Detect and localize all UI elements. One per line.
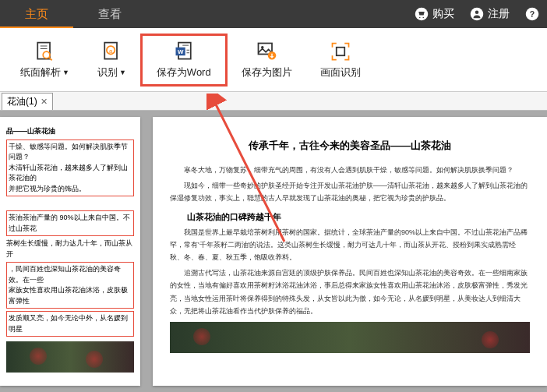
screen-capture-icon: [330, 41, 351, 62]
help-button[interactable]: ?: [517, 7, 547, 21]
close-icon[interactable]: ✕: [41, 97, 48, 107]
paragraph: 我国是世界上最早栽培茶树利用茶树的国家。据统计，全球茶油产量的90%以上来自中国…: [170, 226, 530, 264]
tool-label: 纸面解析: [20, 65, 61, 79]
tool-screen-recognize[interactable]: 画面识别: [306, 36, 375, 84]
help-icon: ?: [525, 7, 539, 21]
paragraph: 寒冬大地，万物复苏，细带充气的周围，有没有人会遇到肌肤干燥，敏感等问题。如何解决…: [170, 164, 530, 176]
tool-label: 识别: [97, 65, 118, 79]
tab-home[interactable]: 主页: [0, 0, 73, 28]
paragraph: 追溯古代写法，山茶花油来源自宫廷的顶级护肤保养品。民间百姓也深知山茶花油的美容奇…: [170, 267, 530, 317]
subtitle: 山茶花油的口碑跨越千年: [170, 211, 530, 223]
tool-label: 画面识别: [320, 65, 361, 79]
page-preview-right: 传承千年，古往今来的美容圣品——山茶花油 寒冬大地，万物复苏，细带充气的周围，有…: [153, 117, 547, 386]
document-tab[interactable]: 花油(1) ✕: [2, 93, 53, 110]
image-strip: [6, 341, 134, 373]
document-search-icon: [34, 41, 55, 62]
page-preview-left: 品——山茶花油 干燥、敏感等问题。如何解决肌肤季节问题？ 木清轩山茶花油，越来越…: [0, 117, 140, 386]
highlight-box: 茶油茶油产量的 90%以上来自中国。不过山茶花: [6, 210, 134, 236]
paragraph: 现如今，细带一些奇妙的护肤圣经开始专注开发山茶花油护肤——清轩山茶花油，越来越多…: [170, 179, 530, 204]
buy-button[interactable]: 购买: [407, 7, 462, 21]
doctab-title: 花油(1): [7, 95, 37, 108]
tool-label: 保存为图片: [242, 65, 292, 79]
doc-title: 传承千年，古往今来的美容圣品——山茶花油: [170, 139, 530, 153]
svg-rect-22: [336, 47, 344, 55]
svg-text:W: W: [178, 48, 184, 55]
image-strip: [170, 322, 530, 353]
highlight-box: ，民间百姓也深知山茶花油的美容奇效。在一些 家族女性喜欢用山茶花油沐浴，皮肤极富…: [6, 262, 134, 309]
tool-save-word[interactable]: W 保存为Word: [140, 34, 228, 87]
tool-save-image[interactable]: 保存为图片: [228, 36, 306, 84]
svg-text:?: ?: [530, 9, 535, 19]
highlight-box: 发质顺又亮，如今无论中外，从名媛到明星: [6, 311, 134, 337]
tool-recognize[interactable]: a 识别▼: [83, 36, 140, 84]
chevron-down-icon: ▼: [62, 69, 69, 76]
tool-label: 保存为Word: [157, 65, 211, 79]
image-save-icon: [256, 41, 277, 62]
cart-icon: [415, 7, 429, 21]
tool-paper-analysis[interactable]: 纸面解析▼: [6, 36, 83, 84]
svg-point-8: [44, 51, 51, 58]
tab-view[interactable]: 查看: [73, 0, 146, 28]
highlight-box: 干燥、敏感等问题。如何解决肌肤季节问题？ 木清轩山茶花油，越来越多人了解到山茶花…: [6, 139, 134, 197]
content-area: 品——山茶花油 干燥、敏感等问题。如何解决肌肤季节问题？ 木清轩山茶花油，越来越…: [0, 111, 547, 392]
chevron-down-icon: ▼: [119, 69, 126, 76]
svg-text:a: a: [109, 47, 113, 54]
svg-point-2: [475, 11, 479, 15]
left-heading: 品——山茶花油: [6, 127, 55, 135]
register-label: 注册: [488, 7, 510, 21]
svg-line-9: [50, 57, 53, 60]
recognize-icon: a: [101, 41, 122, 62]
register-button[interactable]: 注册: [462, 7, 517, 21]
word-icon: W: [173, 41, 195, 62]
buy-label: 购买: [432, 7, 454, 21]
user-icon: [470, 7, 484, 21]
